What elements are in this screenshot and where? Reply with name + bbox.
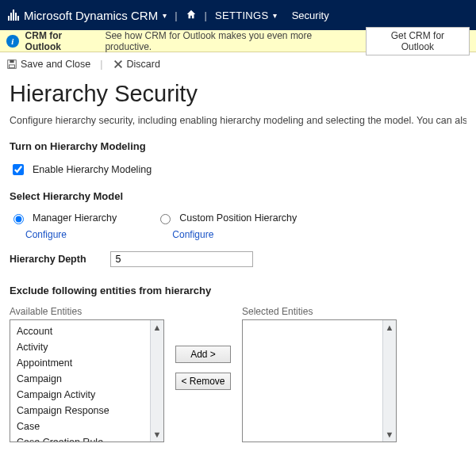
manager-hierarchy-radio[interactable] [13, 214, 24, 224]
cmd-separator: | [100, 59, 102, 70]
dynamics-logo-icon [8, 10, 19, 21]
selected-scrollbar[interactable]: ▲ ▼ [382, 320, 396, 442]
close-icon [113, 59, 124, 70]
model-custom: Custom Position Hierarchy Configure [156, 212, 297, 240]
hierarchy-depth-row: Hierarchy Depth [10, 251, 466, 267]
list-item[interactable]: Campaign [12, 371, 162, 387]
add-button[interactable]: Add > [175, 346, 231, 363]
hierarchy-depth-input[interactable] [110, 251, 253, 267]
get-crm-outlook-button[interactable]: Get CRM for Outlook [366, 27, 470, 55]
available-entities-listbox[interactable]: AccountActivityAppointmentCampaignCampai… [10, 319, 164, 442]
info-icon: i [6, 35, 19, 48]
list-item[interactable]: Account [12, 323, 162, 339]
discard-button[interactable]: Discard [113, 59, 160, 70]
selected-entities-listbox[interactable]: ▲ ▼ [242, 319, 397, 442]
remove-button[interactable]: < Remove [175, 373, 231, 390]
enable-hierarchy-label: Enable Hierarchy Modeling [33, 164, 152, 175]
list-item[interactable]: Case [12, 419, 162, 434]
save-icon [6, 59, 17, 70]
select-model-heading: Select Hierarchy Model [10, 190, 466, 202]
command-bar: Save and Close | Discard [0, 52, 476, 76]
available-entities-label: Available Entities [10, 306, 164, 317]
infobar-message: See how CRM for Outlook makes you even m… [105, 30, 354, 52]
list-item[interactable]: Appointment [12, 355, 162, 371]
scroll-up-icon[interactable]: ▲ [151, 320, 163, 334]
nav-separator: | [205, 10, 207, 21]
home-icon[interactable] [186, 9, 197, 22]
available-scrollbar[interactable]: ▲ ▼ [150, 320, 163, 442]
discard-label: Discard [127, 59, 160, 70]
configure-manager-link[interactable]: Configure [25, 229, 117, 240]
hierarchy-depth-label: Hierarchy Depth [10, 254, 86, 265]
chevron-down-icon: ▾ [163, 11, 167, 20]
list-item[interactable]: Case Creation Rule [12, 434, 162, 442]
save-label: Save and Close [21, 59, 90, 70]
page-title: Hierarchy Security [10, 81, 466, 107]
transfer-buttons: Add > < Remove [175, 346, 231, 390]
brand-label: Microsoft Dynamics CRM [24, 9, 158, 22]
exclude-entities-heading: Exclude following entities from hierarch… [10, 285, 466, 296]
scroll-down-icon[interactable]: ▼ [383, 427, 396, 442]
configure-custom-link[interactable]: Configure [172, 229, 297, 240]
custom-position-radio[interactable] [160, 214, 171, 224]
scroll-down-icon[interactable]: ▼ [151, 427, 163, 442]
settings-label: SETTINGS [215, 10, 268, 21]
custom-position-label: Custom Position Hierarchy [179, 212, 297, 224]
brand-menu[interactable]: Microsoft Dynamics CRM ▾ [8, 9, 167, 22]
top-nav-bar: Microsoft Dynamics CRM ▾ | | SETTINGS ▾ … [0, 0, 476, 30]
list-item[interactable]: Campaign Activity [12, 387, 162, 403]
hierarchy-model-group: Manager Hierarchy Configure Custom Posit… [10, 212, 466, 240]
settings-nav[interactable]: SETTINGS ▾ [215, 10, 278, 21]
manager-hierarchy-label: Manager Hierarchy [33, 212, 117, 224]
list-item[interactable]: Campaign Response [12, 403, 162, 419]
available-entities-column: Available Entities AccountActivityAppoin… [10, 306, 164, 442]
svg-rect-2 [10, 65, 15, 68]
custom-position-radio-row[interactable]: Custom Position Hierarchy [156, 212, 297, 224]
selected-entities-label: Selected Entities [242, 306, 397, 317]
svg-rect-1 [10, 60, 13, 63]
selected-entities-column: Selected Entities ▲ ▼ [242, 306, 397, 442]
enable-hierarchy-checkbox[interactable] [13, 164, 24, 175]
security-nav[interactable]: Security [292, 10, 329, 21]
list-item[interactable]: Activity [12, 339, 162, 355]
chevron-down-icon: ▾ [273, 11, 277, 20]
entity-lists-row: Available Entities AccountActivityAppoin… [10, 306, 466, 442]
nav-separator: | [175, 10, 177, 21]
enable-hierarchy-checkbox-row[interactable]: Enable Hierarchy Modeling [10, 162, 466, 178]
page-description: Configure hierarchy security, including … [10, 115, 466, 126]
outlook-info-bar: i CRM for Outlook See how CRM for Outloo… [0, 30, 476, 52]
scroll-up-icon[interactable]: ▲ [383, 320, 396, 334]
turn-on-heading: Turn on Hierarchy Modeling [10, 140, 466, 152]
save-and-close-button[interactable]: Save and Close [6, 59, 90, 70]
manager-hierarchy-radio-row[interactable]: Manager Hierarchy [10, 212, 117, 224]
security-label: Security [292, 10, 329, 21]
infobar-title: CRM for Outlook [25, 30, 99, 52]
model-manager: Manager Hierarchy Configure [10, 212, 117, 240]
page-body: Hierarchy Security Configure hierarchy s… [0, 76, 476, 452]
